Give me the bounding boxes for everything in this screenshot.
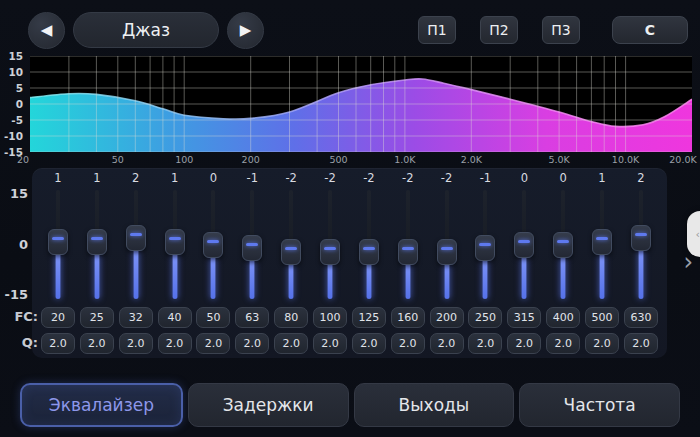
band-slider-handle[interactable]: [320, 239, 340, 265]
band-fc-button[interactable]: 250: [468, 307, 502, 328]
band-q-button[interactable]: 2.0: [430, 333, 464, 354]
band-slider-handle[interactable]: [398, 239, 418, 265]
band-slider[interactable]: [506, 188, 542, 302]
band-slider[interactable]: [118, 188, 154, 302]
band-q-button[interactable]: 2.0: [158, 333, 192, 354]
band-q-button[interactable]: 2.0: [119, 333, 153, 354]
slider-fill: [638, 248, 643, 299]
preset-slot-button-2[interactable]: П2: [480, 16, 518, 44]
band-slider-handle[interactable]: [165, 229, 185, 255]
preset-slot-button-3[interactable]: П3: [542, 16, 580, 44]
band-fc-button[interactable]: 315: [507, 307, 541, 328]
handle-indicator: [52, 237, 64, 240]
tab-equalizer[interactable]: Эквалайзер: [20, 383, 183, 427]
fc-row-label: FC:: [0, 309, 38, 324]
handle-indicator: [246, 243, 258, 246]
band-fc-button[interactable]: 630: [624, 307, 658, 328]
preset-slot-button-1[interactable]: П1: [418, 16, 456, 44]
band-slider-handle[interactable]: [87, 229, 107, 255]
band-slider-handle[interactable]: [553, 232, 573, 258]
band-fc-button[interactable]: 40: [158, 307, 192, 328]
band-q-button[interactable]: 2.0: [313, 333, 347, 354]
x-tick-label: 1.0K: [394, 154, 415, 165]
band-slider-handle[interactable]: [242, 235, 262, 261]
band-fc-button[interactable]: 20: [41, 307, 75, 328]
band-slider[interactable]: [79, 188, 115, 302]
band-fc-button[interactable]: 32: [119, 307, 153, 328]
band-q-button[interactable]: 2.0: [624, 333, 658, 354]
reset-button[interactable]: C: [612, 16, 688, 44]
x-tick-label: 500: [329, 154, 347, 165]
band-slider-handle[interactable]: [592, 229, 612, 255]
band-fc-button[interactable]: 400: [546, 307, 580, 328]
preset-next-button[interactable]: ▶: [227, 12, 264, 49]
x-tick-label: 2.0K: [461, 154, 482, 165]
band-slider[interactable]: [157, 188, 193, 302]
band-slider[interactable]: [195, 188, 231, 302]
band-fc-button[interactable]: 63: [235, 307, 269, 328]
right-arrow-icon: ▶: [240, 21, 252, 39]
band-slider[interactable]: [467, 188, 503, 302]
graph-y-axis-labels: 151050-5-10-15: [0, 56, 26, 152]
eq-band: -21252.0: [351, 170, 387, 358]
band-fc-button[interactable]: 500: [585, 307, 619, 328]
band-q-button[interactable]: 2.0: [41, 333, 75, 354]
eq-band: -22002.0: [429, 170, 465, 358]
preset-selector[interactable]: Джаз: [73, 12, 219, 48]
band-gain-value: 1: [54, 170, 61, 186]
handle-indicator: [479, 243, 491, 246]
band-fc-button[interactable]: 25: [80, 307, 114, 328]
band-slider[interactable]: [234, 188, 270, 302]
handle-indicator: [557, 240, 569, 243]
band-slider-handle[interactable]: [281, 239, 301, 265]
band-slider-handle[interactable]: [359, 239, 379, 265]
preset-prev-button[interactable]: ◀: [28, 12, 65, 49]
band-q-button[interactable]: 2.0: [585, 333, 619, 354]
band-slider-handle[interactable]: [203, 232, 223, 258]
band-slider[interactable]: [623, 188, 659, 302]
band-slider-handle[interactable]: [514, 232, 534, 258]
band-q-button[interactable]: 2.0: [80, 333, 114, 354]
tab-frequency[interactable]: Частота: [519, 383, 680, 427]
band-slider[interactable]: [390, 188, 426, 302]
band-gain-value: 0: [521, 170, 528, 186]
band-fc-button[interactable]: 100: [313, 307, 347, 328]
band-slider[interactable]: [545, 188, 581, 302]
preset-name: Джаз: [122, 20, 170, 40]
band-gain-value: -1: [247, 170, 258, 186]
band-fc-button[interactable]: 160: [391, 307, 425, 328]
tab-outputs[interactable]: Выходы: [354, 383, 515, 427]
band-gain-value: -2: [324, 170, 335, 186]
band-q-button[interactable]: 2.0: [507, 333, 541, 354]
band-q-button[interactable]: 2.0: [352, 333, 386, 354]
band-fc-button[interactable]: 200: [430, 307, 464, 328]
eq-band: 2322.0: [118, 170, 154, 358]
band-slider[interactable]: [273, 188, 309, 302]
band-q-button[interactable]: 2.0: [235, 333, 269, 354]
band-fc-button[interactable]: 80: [274, 307, 308, 328]
band-q-button[interactable]: 2.0: [468, 333, 502, 354]
band-fc-button[interactable]: 50: [196, 307, 230, 328]
band-slider-handle[interactable]: [437, 239, 457, 265]
band-q-button[interactable]: 2.0: [391, 333, 425, 354]
eq-band: 04002.0: [545, 170, 581, 358]
band-fc-button[interactable]: 125: [352, 307, 386, 328]
reset-icon: C: [645, 22, 655, 38]
band-q-button[interactable]: 2.0: [274, 333, 308, 354]
band-slider[interactable]: [584, 188, 620, 302]
band-slider[interactable]: [351, 188, 387, 302]
band-slider[interactable]: [40, 188, 76, 302]
band-slider-handle[interactable]: [631, 225, 651, 251]
tab-delays[interactable]: Задержки: [188, 383, 349, 427]
band-slider-handle[interactable]: [475, 235, 495, 261]
band-slider-handle[interactable]: [126, 225, 146, 251]
band-slider-handle[interactable]: [48, 229, 68, 255]
band-q-button[interactable]: 2.0: [546, 333, 580, 354]
screen-edge-handle[interactable]: ‹: [687, 211, 700, 257]
slider-fill: [483, 258, 488, 299]
slider-fill: [600, 252, 605, 299]
band-q-button[interactable]: 2.0: [196, 333, 230, 354]
x-tick-label: 200: [242, 154, 260, 165]
band-slider[interactable]: [312, 188, 348, 302]
band-slider[interactable]: [429, 188, 465, 302]
